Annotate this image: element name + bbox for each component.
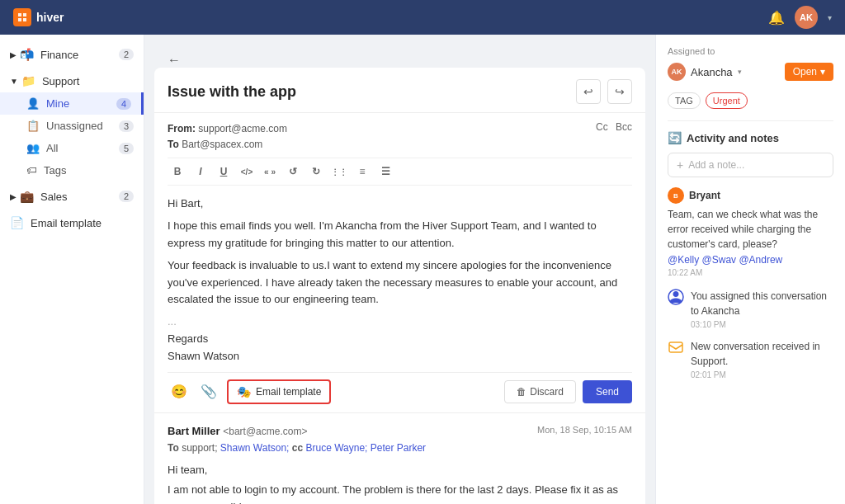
reply-button[interactable]: ↩: [576, 79, 601, 104]
compose-meta-from-to: From: support@acme.com To Bart@spacex.co…: [168, 121, 287, 153]
bell-icon[interactable]: 🔔: [768, 10, 785, 26]
email-area: ← Issue with the app ↩ ↪ From: support@a…: [144, 35, 655, 504]
support-icon: 📁: [21, 74, 35, 87]
tags-icon: 🏷: [26, 164, 37, 177]
peter-link[interactable]: Peter Parker: [371, 442, 426, 454]
emoji-button[interactable]: 😊: [168, 380, 191, 403]
sales-chevron-icon: ▶: [10, 192, 17, 201]
email-container: Issue with the app ↩ ↪ From: support@acm…: [154, 68, 645, 504]
mine-count: 4: [116, 98, 131, 110]
add-note-placeholder: Add a note...: [688, 159, 744, 171]
email-template-btn-label: Email template: [256, 386, 321, 398]
underline-button[interactable]: U: [214, 162, 234, 181]
bryant-time: 10:22 AM: [668, 268, 833, 277]
bruce-link[interactable]: Bruce Wayne;: [305, 442, 367, 454]
topnav-right: 🔔 AK ▾: [768, 6, 832, 29]
assigned-label: Assigned to: [668, 46, 833, 56]
thread-sender-name: Bart Miller: [168, 425, 220, 437]
sidebar-item-all[interactable]: 👥 All 5: [0, 137, 144, 159]
compose-footer: 😊 📎 🎭 Email template 🗑 Discard Send: [168, 372, 632, 404]
discard-button[interactable]: 🗑 Discard: [504, 380, 576, 403]
add-note-plus-icon: +: [677, 158, 683, 172]
redo-button[interactable]: ↻: [306, 162, 326, 181]
thread-sender-email: <bart@acme.com>: [223, 426, 307, 437]
undo-button[interactable]: ↺: [283, 162, 303, 181]
assigned-row: AK Akancha ▾ Open ▾: [668, 63, 833, 81]
numbering-button[interactable]: ≡: [352, 162, 372, 181]
assigned-user-chevron-icon: ▾: [738, 68, 742, 76]
unassigned-icon: 📋: [26, 120, 40, 132]
open-button[interactable]: Open ▾: [785, 63, 833, 81]
assigned-system-text: You assigned this conversation to Akanch…: [691, 289, 833, 318]
italic-button[interactable]: I: [191, 162, 210, 181]
tags-row: TAG Urgent: [668, 92, 833, 109]
email-template-button[interactable]: 🎭 Email template: [227, 379, 331, 404]
sidebar-email-template-label: Email template: [31, 217, 134, 229]
sidebar-item-sales[interactable]: ▶ 💼 Sales 2: [0, 185, 144, 208]
compose-footer-right: 🗑 Discard Send: [504, 380, 632, 403]
sidebar-item-email-template[interactable]: 📄 Email template: [0, 211, 144, 234]
back-area: ←: [154, 45, 645, 68]
add-note-area[interactable]: + Add a note...: [668, 153, 833, 177]
email-template-icon: 📄: [10, 216, 24, 229]
sidebar-item-finance[interactable]: ▶ 📬 Finance 2: [0, 43, 144, 66]
thread-to: To support; Shawn Watson; cc Bruce Wayne…: [168, 442, 632, 454]
new-conv-system-icon: [668, 339, 684, 356]
compose-body[interactable]: Hi Bart, I hope this email finds you wel…: [168, 192, 632, 368]
sidebar-item-support[interactable]: ▼ 📁 Support: [0, 69, 144, 92]
send-button[interactable]: Send: [583, 380, 632, 403]
user-menu-chevron-icon[interactable]: ▾: [828, 13, 832, 22]
code-button[interactable]: </>: [237, 162, 257, 181]
shawn-link[interactable]: Shawn Watson;: [220, 442, 290, 454]
bryant-mentions: @Kelly @Swav @Andrew: [668, 254, 833, 266]
bcc-label[interactable]: Bcc: [616, 121, 632, 133]
topnav-logo: hiver: [13, 8, 64, 26]
compose-toolbar: B I U </> « » ↺ ↻ ⋮⋮ ≡ ☰: [168, 158, 632, 186]
compose-body-line3: Your feedback is invaluable to us.I want…: [168, 257, 632, 309]
bold-button[interactable]: B: [168, 162, 187, 181]
activity-item-new-conv: New conversation received in Support. 02…: [668, 339, 833, 379]
compose-from: support@acme.com: [198, 123, 287, 134]
align-button[interactable]: ☰: [375, 162, 395, 181]
attach-button[interactable]: 📎: [197, 380, 220, 403]
sidebar-sales-label: Sales: [40, 191, 119, 203]
hiver-logo-icon: [13, 8, 31, 26]
new-conv-system-text: New conversation received in Support.: [691, 339, 833, 369]
assigned-section: Assigned to AK Akancha ▾ Open ▾: [668, 46, 833, 81]
sidebar-item-tags[interactable]: 🏷 Tags: [0, 159, 144, 181]
discard-icon: 🗑: [517, 386, 526, 398]
tag-default[interactable]: TAG: [668, 92, 701, 109]
email-header: Issue with the app ↩ ↪: [154, 68, 645, 113]
activity-item-header-bryant: B Bryant: [668, 187, 833, 204]
activity-section: 🔄 Activity and notes + Add a note... B B…: [668, 131, 833, 379]
quote-button[interactable]: « »: [260, 162, 280, 181]
sidebar-item-unassigned[interactable]: 📋 Unassigned 3: [0, 115, 144, 137]
sales-icon: 💼: [20, 190, 34, 203]
activity-label: 🔄 Activity and notes: [668, 131, 833, 144]
cc-label-thread: cc: [292, 442, 303, 454]
tag-urgent[interactable]: Urgent: [706, 92, 748, 109]
sidebar-item-mine[interactable]: 👤 Mine 4: [0, 92, 144, 115]
bryant-name: Bryant: [689, 190, 720, 201]
email-thread: Bart Miller <bart@acme.com> Mon, 18 Sep,…: [154, 413, 645, 504]
new-conv-system-time: 02:01 PM: [691, 370, 833, 379]
thread-date: Mon, 18 Sep, 10:15 AM: [537, 425, 632, 435]
reply-all-button[interactable]: ↪: [607, 79, 632, 104]
bullets-button[interactable]: ⋮⋮: [329, 162, 349, 181]
user-avatar[interactable]: AK: [795, 6, 818, 29]
sidebar-support-label: Support: [42, 75, 134, 87]
cc-label[interactable]: Cc: [596, 121, 608, 133]
right-panel: Assigned to AK Akancha ▾ Open ▾ TAG Urge…: [655, 35, 845, 504]
activity-item-bryant: B Bryant Team, can we check what was the…: [668, 187, 833, 277]
assigned-user-name: Akancha: [691, 66, 733, 78]
compose-signature: Shawn Watson: [168, 348, 632, 365]
finance-count: 2: [119, 49, 134, 60]
open-label: Open: [793, 66, 817, 78]
main-layout: ▶ 📬 Finance 2 ▼ 📁 Support 👤 Mine 4 📋 Una…: [0, 35, 845, 504]
thread-header: Bart Miller <bart@acme.com> Mon, 18 Sep,…: [168, 425, 632, 437]
back-button[interactable]: ←: [168, 53, 181, 68]
activity-label-text: Activity and notes: [687, 132, 779, 144]
support-chevron-icon: ▼: [10, 77, 18, 86]
compose-body-line2: I hope this email finds you well. I'm Ak…: [168, 218, 632, 252]
assigned-user[interactable]: AK Akancha ▾: [668, 63, 742, 81]
